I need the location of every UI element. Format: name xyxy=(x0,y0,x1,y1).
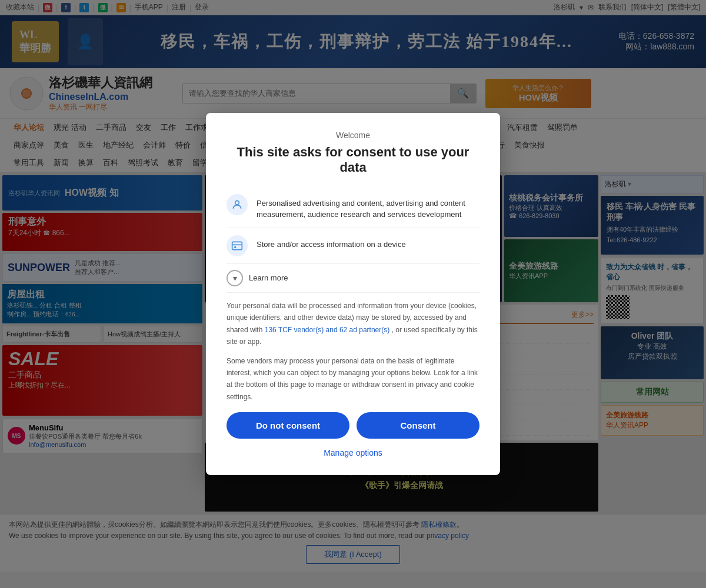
svg-rect-3 xyxy=(232,242,242,249)
learn-more-label: Learn more xyxy=(249,273,288,282)
modal-option-advertising: Personalised advertising and content, ad… xyxy=(227,187,479,228)
manage-options-row: Manage options xyxy=(227,448,479,457)
modal-overlay: Welcome This site asks for consent to us… xyxy=(0,0,706,588)
modal-buttons: Do not consent Consent xyxy=(227,412,479,439)
storage-option-text: Store and/or access information on a dev… xyxy=(257,235,406,250)
manage-options-link[interactable]: Manage options xyxy=(324,448,382,457)
vendors-link[interactable]: 136 TCF vendor(s) and 62 ad partner(s) xyxy=(265,326,390,334)
consent-modal: Welcome This site asks for consent to us… xyxy=(206,113,500,475)
modal-body-text-2: Some vendors may process your personal d… xyxy=(227,355,479,403)
storage-icon xyxy=(227,235,248,256)
modal-title: This site asks for consent to use your d… xyxy=(227,145,479,175)
modal-body-text-1: Your personal data will be processed and… xyxy=(227,300,479,348)
learn-more-row[interactable]: ▾ Learn more xyxy=(227,264,479,293)
consent-button[interactable]: Consent xyxy=(357,412,479,439)
advertising-option-text: Personalised advertising and content, ad… xyxy=(257,194,479,220)
chevron-down-icon: ▾ xyxy=(227,270,243,286)
svg-point-2 xyxy=(235,201,239,205)
do-not-consent-button[interactable]: Do not consent xyxy=(227,412,349,439)
advertising-icon xyxy=(227,194,248,215)
modal-option-storage: Store and/or access information on a dev… xyxy=(227,228,479,264)
modal-welcome: Welcome xyxy=(227,131,479,140)
svg-point-5 xyxy=(235,247,236,248)
